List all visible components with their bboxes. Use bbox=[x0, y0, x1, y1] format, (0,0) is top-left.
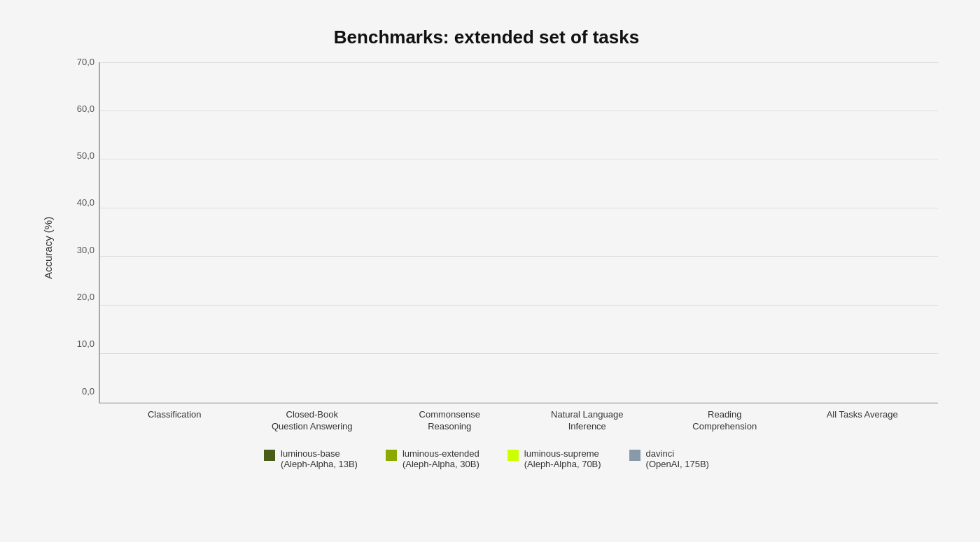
x-label: ReadingComprehension bbox=[656, 409, 794, 433]
y-tick-0: 0,0 bbox=[62, 386, 100, 397]
legend-swatch-base bbox=[264, 450, 275, 461]
legend-item-base: luminous-base(Aleph-Alpha, 13B) bbox=[264, 448, 358, 469]
legend: luminous-base(Aleph-Alpha, 13B)luminous-… bbox=[35, 448, 938, 469]
legend-label-supreme: luminous-supreme(Aleph-Alpha, 70B) bbox=[524, 448, 601, 469]
grid-line bbox=[100, 402, 938, 403]
legend-item-supreme: luminous-supreme(Aleph-Alpha, 70B) bbox=[507, 448, 601, 469]
x-label: All Tasks Average bbox=[794, 409, 932, 433]
x-label: CommonsenseReasoning bbox=[381, 409, 519, 433]
legend-swatch-extended bbox=[386, 450, 397, 461]
x-labels: ClassificationClosed-BookQuestion Answer… bbox=[106, 409, 931, 433]
legend-label-davinci: davinci(OpenAI, 175B) bbox=[646, 448, 709, 469]
y-tick-60: 60,0 bbox=[62, 104, 100, 114]
chart-inner: 70,0 60,0 50,0 40,0 30,0 20,0 10,0 0,0 C… bbox=[60, 62, 938, 433]
y-tick-30: 30,0 bbox=[62, 245, 100, 255]
y-tick-70: 70,0 bbox=[62, 57, 100, 67]
legend-swatch-supreme bbox=[507, 450, 519, 461]
x-label: Natural LanguageInference bbox=[519, 409, 657, 433]
legend-item-davinci: davinci(OpenAI, 175B) bbox=[629, 448, 709, 469]
grid-and-bars: 70,0 60,0 50,0 40,0 30,0 20,0 10,0 0,0 bbox=[99, 62, 938, 404]
x-label: Classification bbox=[106, 409, 244, 433]
legend-item-extended: luminous-extended(Aleph-Alpha, 30B) bbox=[386, 448, 479, 469]
legend-swatch-davinci bbox=[629, 450, 640, 461]
chart-area: Accuracy (%) 70,0 60,0 50,0 40,0 30,0 20… bbox=[35, 62, 938, 433]
x-label: Closed-BookQuestion Answering bbox=[244, 409, 382, 433]
y-tick-10: 10,0 bbox=[62, 338, 100, 349]
y-tick-20: 20,0 bbox=[62, 292, 100, 302]
y-axis-label: Accuracy (%) bbox=[35, 62, 60, 433]
legend-label-extended: luminous-extended(Aleph-Alpha, 30B) bbox=[402, 448, 479, 469]
y-tick-40: 40,0 bbox=[62, 197, 100, 208]
y-ticks: 70,0 60,0 50,0 40,0 30,0 20,0 10,0 0,0 bbox=[62, 62, 100, 402]
legend-label-base: luminous-base(Aleph-Alpha, 13B) bbox=[281, 448, 358, 469]
bars-row bbox=[100, 62, 938, 402]
chart-title: Benchmarks: extended set of tasks bbox=[35, 27, 938, 48]
chart-container: Benchmarks: extended set of tasks Accura… bbox=[21, 13, 959, 530]
y-tick-50: 50,0 bbox=[62, 150, 100, 161]
